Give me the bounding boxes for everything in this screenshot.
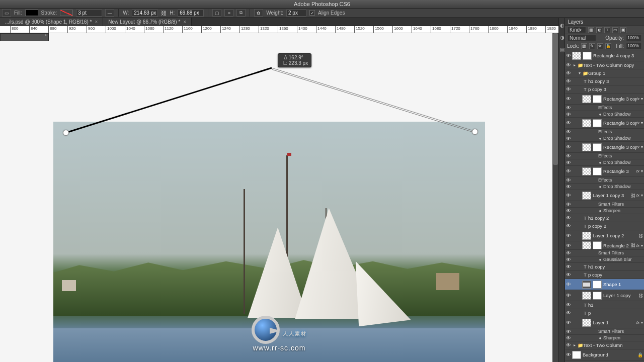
layer-row[interactable]: 👁Rectangle 4 copy 3: [565, 50, 644, 61]
layer-thumbnail[interactable]: [582, 167, 591, 175]
visibility-icon[interactable]: 👁: [565, 342, 572, 348]
layer-thumbnail[interactable]: [582, 241, 591, 249]
canvas[interactable]: ▸ Δ 162.9° L: 223.3 px 人人素材 www.rr-sc.co…: [0, 33, 558, 362]
layer-row[interactable]: 👁▸📁Text - Two Column copy: [565, 61, 644, 69]
layer-row[interactable]: 👁Background🔒: [565, 349, 644, 360]
fx-badge[interactable]: fx: [636, 97, 641, 101]
lock-pixels-icon[interactable]: ✎: [589, 43, 595, 49]
visibility-icon[interactable]: 👁: [565, 78, 572, 84]
filter-kind-select[interactable]: Kind ▾: [567, 27, 586, 33]
smart-filter-row[interactable]: 👁Smart Filters: [565, 201, 644, 208]
layer-row[interactable]: 👁▸📁Text - Two Column: [565, 341, 644, 349]
layer-row[interactable]: 👁Th1: [565, 301, 644, 309]
filter-shape-icon[interactable]: ▭: [612, 27, 618, 33]
layer-name[interactable]: Background: [583, 352, 636, 357]
horizontal-ruler[interactable]: 7608008408809209601000104010801120116012…: [0, 26, 558, 33]
layer-name[interactable]: Rectangle 4 copy 3: [593, 53, 644, 58]
visibility-icon[interactable]: 👁: [565, 352, 572, 357]
floating-panel[interactable]: ▸: [0, 33, 49, 41]
visibility-icon[interactable]: 👁: [565, 223, 572, 229]
visibility-icon[interactable]: 👁: [565, 233, 572, 238]
layer-thumbnail[interactable]: [582, 292, 591, 300]
fill-swatch[interactable]: [25, 10, 38, 16]
stroke-width-input[interactable]: [76, 10, 102, 17]
fill-opacity-input[interactable]: 100%: [626, 43, 642, 49]
smart-filter-row[interactable]: 👁●Gaussian Blur: [565, 256, 644, 263]
document-tab[interactable]: New Layout @ 66.7% (RGB/8) *×: [103, 18, 192, 26]
layer-name[interactable]: Text - Two Column copy: [583, 62, 644, 68]
layer-row[interactable]: 👁Th1 copy 2: [565, 214, 644, 222]
stroke-style-icon[interactable]: —: [105, 9, 114, 17]
vertical-scrollbar[interactable]: [552, 33, 558, 362]
path-arrange-icon[interactable]: ⧉: [236, 9, 246, 17]
layer-row[interactable]: 👁Shape 1: [565, 279, 644, 290]
opacity-input[interactable]: 100%: [626, 35, 642, 41]
filter-adjust-icon[interactable]: ◐: [596, 27, 602, 33]
layers-list[interactable]: 👁Rectangle 4 copy 3👁▸📁Text - Two Column …: [565, 50, 644, 362]
layer-thumbnail[interactable]: [582, 232, 591, 240]
path-anchor[interactable]: [472, 129, 478, 135]
layer-name[interactable]: Layer 1 copy 2: [593, 233, 637, 238]
width-input[interactable]: [132, 10, 158, 17]
layer-name[interactable]: Rectangle 3 copy: [603, 144, 636, 150]
effect-row[interactable]: 👁Effects: [565, 129, 644, 135]
visibility-icon[interactable]: 👁: [565, 264, 572, 269]
mask-thumbnail[interactable]: [593, 143, 602, 151]
layer-thumbnail[interactable]: [582, 119, 591, 127]
effect-row[interactable]: 👁●Drop Shadow: [565, 135, 644, 142]
layer-thumbnail[interactable]: [572, 52, 581, 60]
lock-pos-icon[interactable]: ✥: [597, 43, 603, 49]
layer-name[interactable]: p copy 2: [588, 223, 644, 229]
layer-name[interactable]: Text - Two Column: [583, 342, 644, 348]
layer-thumbnail[interactable]: [582, 192, 591, 200]
filter-type-icon[interactable]: T: [604, 27, 610, 33]
stroke-swatch[interactable]: [60, 10, 73, 16]
mask-thumbnail[interactable]: [593, 241, 602, 249]
layer-row[interactable]: 👁Layer 1fx▾: [565, 317, 644, 328]
layer-thumbnail[interactable]: [582, 143, 591, 151]
weight-input[interactable]: [286, 10, 306, 17]
fx-badge[interactable]: fx: [636, 145, 641, 149]
effect-row[interactable]: 👁●Drop Shadow: [565, 159, 644, 166]
visibility-icon[interactable]: 👁: [565, 272, 572, 278]
mask-thumbnail[interactable]: [593, 281, 602, 289]
visibility-icon[interactable]: 👁: [565, 243, 572, 248]
layer-row[interactable]: 👁Tp: [565, 309, 644, 317]
layer-thumbnail[interactable]: [572, 351, 581, 359]
visibility-icon[interactable]: 👁: [565, 320, 572, 325]
effect-row[interactable]: 👁Effects: [565, 153, 644, 159]
layer-name[interactable]: p copy: [588, 272, 644, 278]
layer-row[interactable]: 👁Tp copy: [565, 271, 644, 279]
visibility-icon[interactable]: 👁: [565, 293, 572, 298]
fx-badge[interactable]: fx: [636, 121, 641, 125]
layers-tab[interactable]: Layers: [565, 18, 644, 26]
blend-mode-select[interactable]: Normal: [567, 35, 596, 41]
layer-name[interactable]: Rectangle 3: [603, 168, 636, 174]
layer-name[interactable]: Rectangle 2: [603, 243, 630, 248]
layer-row[interactable]: 👁Layer 1 copy 2⛓: [565, 230, 644, 241]
lock-all-icon[interactable]: 🔒: [605, 43, 611, 49]
layer-name[interactable]: p copy 3: [588, 86, 644, 92]
visibility-icon[interactable]: 👁: [565, 302, 572, 308]
layer-name[interactable]: Shape 1: [603, 282, 644, 287]
mask-thumbnail[interactable]: [593, 167, 602, 175]
layer-row[interactable]: 👁Layer 1 copy⛓: [565, 290, 644, 301]
visibility-icon[interactable]: 👁: [565, 282, 572, 287]
layer-row[interactable]: 👁Rectangle 3fx▾: [565, 166, 644, 177]
layer-name[interactable]: Layer 1 copy: [603, 293, 637, 298]
visibility-icon[interactable]: 👁: [565, 96, 572, 102]
filter-pixel-icon[interactable]: ▦: [588, 27, 594, 33]
layer-name[interactable]: h1 copy: [588, 264, 644, 269]
visibility-icon[interactable]: 👁: [565, 120, 572, 126]
visibility-icon[interactable]: 👁: [565, 53, 572, 58]
layer-row[interactable]: 👁Th1 copy: [565, 263, 644, 271]
effect-row[interactable]: 👁●Drop Shadow: [565, 111, 644, 118]
close-icon[interactable]: ×: [183, 18, 186, 26]
layer-name[interactable]: Rectangle 3 copy 2: [603, 120, 636, 126]
layer-row[interactable]: 👁Rectangle 3 copyfx▾: [565, 142, 644, 153]
smart-filter-row[interactable]: 👁Smart Filters: [565, 328, 644, 335]
path-align-icon[interactable]: ≡: [224, 9, 233, 17]
tool-preset-icon[interactable]: ▭: [2, 9, 11, 17]
visibility-icon[interactable]: 👁: [565, 215, 572, 221]
smart-filter-row[interactable]: 👁Smart Filters: [565, 250, 644, 256]
